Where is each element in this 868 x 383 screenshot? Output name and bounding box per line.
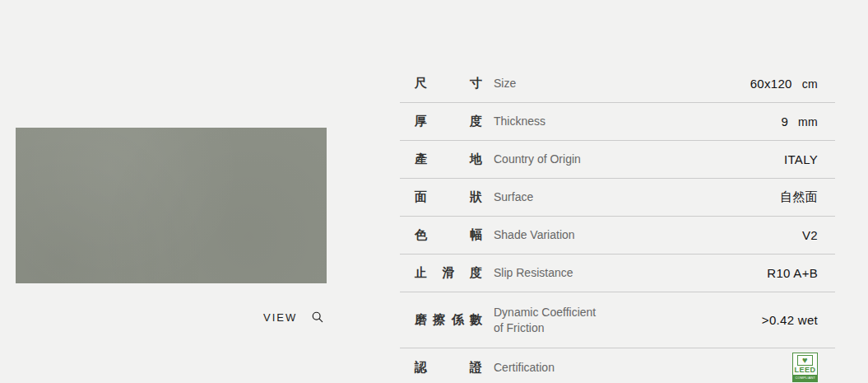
spec-label-zh: 止滑度: [415, 265, 482, 281]
spec-row: 認證 Certification ♥ LEED COMPLIANT: [400, 348, 835, 383]
leed-compliant-badge: ♥ LEED COMPLIANT: [792, 353, 818, 382]
spec-label-zh: 色幅: [415, 227, 482, 243]
spec-table: 尺寸 Size 60x120 cm 厚度 Thickness 9 mm 產地 C…: [400, 64, 835, 383]
spec-unit: mm: [798, 115, 818, 128]
spec-row: 產地 Country of Origin ITALY: [400, 140, 835, 178]
tile-swatch-image[interactable]: [16, 128, 327, 283]
spec-label-zh: 產地: [415, 152, 482, 167]
leed-heart-box: ♥: [797, 355, 813, 366]
zh-char: 狀: [470, 189, 482, 205]
zh-char: 地: [470, 152, 482, 167]
spec-row: 止滑度 Slip Resistance R10 A+B: [400, 254, 835, 292]
zh-char: 止: [415, 265, 427, 281]
spec-unit: cm: [802, 77, 818, 91]
leed-badge-subtext: COMPLIANT: [795, 376, 815, 380]
viewer-bar: VIEW: [263, 307, 324, 327]
spec-label-zh: 尺寸: [415, 76, 482, 91]
zh-char: 厚: [415, 114, 427, 129]
spec-row: 色幅 Shade Variation V2: [400, 216, 835, 254]
spec-label-zh: 磨擦係數: [415, 312, 482, 328]
spec-value: 60x120: [750, 77, 792, 91]
spec-label-en: Dynamic Coefficient of Friction: [494, 305, 596, 336]
zh-char: 滑: [443, 265, 455, 281]
spec-label-en: Size: [494, 76, 516, 91]
spec-value: V2: [802, 228, 818, 242]
spec-value-group: 自然面: [780, 189, 818, 205]
zh-char: 色: [415, 227, 427, 243]
product-detail-page: VIEW 尺寸 Size 60x120 cm 厚度 Thickness 9 mm…: [0, 0, 868, 383]
view-button[interactable]: VIEW: [263, 311, 297, 324]
zh-char: 擦: [433, 312, 445, 328]
magnifier-icon[interactable]: [311, 311, 324, 324]
spec-row: 面狀 Surface 自然面: [400, 178, 835, 216]
spec-label-en: Certification: [494, 360, 555, 376]
zh-char: 數: [470, 312, 482, 328]
spec-label-en: Country of Origin: [494, 152, 581, 167]
spec-value: >0.42 wet: [762, 313, 818, 327]
spec-row: 厚度 Thickness 9 mm: [400, 102, 835, 140]
spec-value: 9: [781, 114, 788, 128]
zh-char: 尺: [415, 76, 427, 91]
zh-char: 產: [415, 152, 427, 167]
spec-row: 磨擦係數 Dynamic Coefficient of Friction >0.…: [400, 292, 835, 348]
spec-label-en: Shade Variation: [494, 227, 575, 243]
spec-value-group: 9 mm: [781, 114, 818, 128]
spec-label-zh: 面狀: [415, 189, 482, 205]
zh-char: 度: [470, 265, 482, 281]
spec-row: 尺寸 Size 60x120 cm: [400, 64, 835, 102]
heart-icon: ♥: [802, 356, 808, 365]
spec-value-group: >0.42 wet: [762, 313, 818, 327]
spec-value: ITALY: [784, 152, 818, 166]
zh-char: 證: [470, 360, 482, 376]
zh-char: 係: [452, 312, 464, 328]
spec-value: 自然面: [780, 189, 818, 205]
spec-label-en: Slip Resistance: [494, 265, 573, 281]
zh-char: 面: [415, 189, 427, 205]
spec-label-zh: 厚度: [415, 114, 482, 129]
spec-value-group: 60x120 cm: [750, 77, 818, 91]
spec-label-zh: 認證: [415, 360, 482, 376]
spec-value-group: ITALY: [784, 152, 818, 166]
zh-char: 度: [470, 114, 482, 129]
spec-value-group: V2: [802, 228, 818, 242]
leed-badge-title: LEED: [794, 366, 815, 375]
spec-value: R10 A+B: [767, 266, 818, 280]
spec-label-en: Surface: [494, 189, 533, 205]
spec-label-en: Thickness: [494, 114, 545, 129]
spec-value-group: R10 A+B: [767, 266, 818, 280]
zh-char: 幅: [470, 227, 482, 243]
zh-char: 認: [415, 360, 427, 376]
zh-char: 寸: [470, 76, 482, 91]
spec-value-group: ♥ LEED COMPLIANT: [792, 353, 818, 382]
zh-char: 磨: [415, 312, 427, 328]
leed-badge-strip: COMPLIANT: [793, 375, 817, 381]
